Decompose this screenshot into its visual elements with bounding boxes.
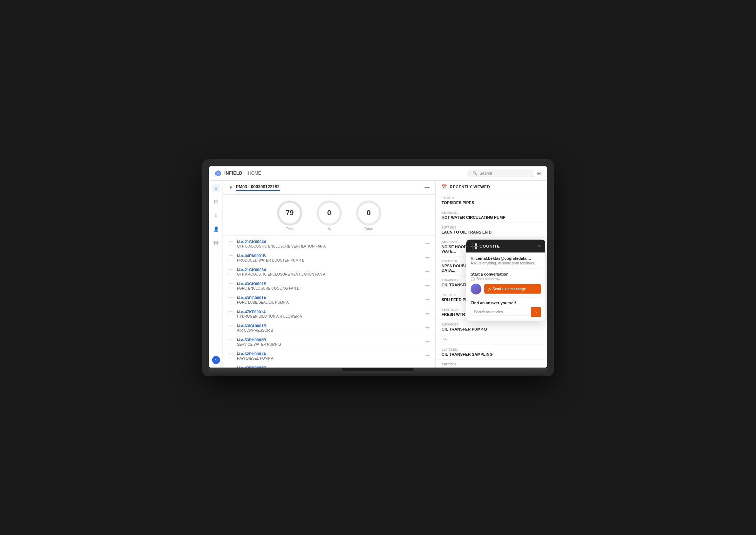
- work-order-item[interactable]: IAA-63KA0001B AIR COMPRESSOR B •••: [223, 321, 435, 335]
- rv-item[interactable]: 29FT3502 S/WTR TO UF TWIN FLW: [436, 360, 547, 368]
- logo-area: INFIELD: [215, 170, 242, 176]
- work-order-header: ▼ PM03 - 000300122192 •••: [223, 181, 435, 195]
- wo-item-menu-icon[interactable]: •••: [425, 298, 430, 303]
- wo-item-menu-icon[interactable]: •••: [425, 354, 430, 359]
- nav-search-box: 🔍: [468, 170, 533, 177]
- rv-item-id: 21PT1019: [442, 226, 541, 229]
- wo-item-checkbox[interactable]: [229, 354, 233, 358]
- wo-item-menu-icon[interactable]: •••: [425, 241, 430, 246]
- chat-divider-2: [471, 297, 541, 298]
- wo-item-info: IAA-21GK0004A OTP B ACOUSTIC ENCLOSURE V…: [237, 240, 421, 248]
- work-order-item[interactable]: IAA-62PH0001A RAW DIESEL PUMP A •••: [223, 349, 435, 363]
- chat-close-button[interactable]: ×: [538, 243, 541, 248]
- work-order-item[interactable]: IAA-42PD0002B SCALE INHIBITOR A PUMP B •…: [223, 363, 435, 368]
- rv-item-name: LAUN TO OIL TRANS LN B: [442, 230, 541, 234]
- stat-total-value: 79: [286, 209, 294, 217]
- rv-item[interactable]: 53PA0301A HOT WATER CIRCULATING PUMP: [436, 208, 547, 223]
- rv-item-id: 29FT3502: [442, 363, 541, 366]
- work-order-item[interactable]: IAA-47KF0001A HYDROGEN DILUTION AIR BLOW…: [223, 307, 435, 321]
- wo-item-id: IAA-44PA0001B: [237, 254, 421, 258]
- grid-view-icon[interactable]: ⊞: [537, 170, 541, 176]
- rv-item[interactable]: 29L0123 TOPSIDES PIPES: [436, 193, 547, 208]
- stat-percent-label: %: [328, 227, 331, 231]
- chat-agent-avatar: [471, 283, 481, 294]
- sidebar: ⌂ ⊞ ℹ 👤 ╬╬ ›: [209, 181, 223, 368]
- chat-back-info: 🕐 Back tomorrow: [471, 277, 541, 281]
- rv-item[interactable]: 21PA0001B OIL TRANSFER PUMP B: [436, 320, 547, 335]
- work-order-item[interactable]: IAA-21GK0004A OTP B ACOUSTIC ENCLOSURE V…: [223, 237, 435, 251]
- stat-percent: 0 %: [317, 200, 342, 231]
- wo-item-info: IAA-43PG0001A FGRC LUBE/SEAL OIL PUMP A: [237, 296, 421, 304]
- wo-item-info: IAA-44PA0001B PRODUCED WATER BOOSTER PUM…: [237, 254, 421, 262]
- wo-item-checkbox[interactable]: [229, 340, 233, 344]
- work-order-item[interactable]: IAA-43GK0001B FGRC ENCLOSURE COOLING FAN…: [223, 279, 435, 293]
- wo-item-info: IAA-21GK0003A OTP A ACOUSTIC ENCLOSURE V…: [237, 268, 421, 276]
- chat-divider-1: [471, 268, 541, 269]
- top-nav: INFIELD HOME 🔍 ⊞: [209, 166, 547, 181]
- work-order-item[interactable]: IAA-21GK0003A OTP A ACOUSTIC ENCLOSURE V…: [223, 265, 435, 279]
- wo-item-checkbox[interactable]: [229, 312, 233, 316]
- rv-item[interactable]: 21AT3515A OIL TRANSFER SAMPLING: [436, 345, 547, 360]
- rv-item-id: IAA: [442, 337, 541, 341]
- wo-item-checkbox[interactable]: [229, 326, 233, 330]
- wo-item-desc: HYDROGEN DILUTION AIR BLOWER A: [237, 314, 421, 318]
- chat-header: ╬╬ COGNITE ×: [466, 239, 545, 252]
- wo-item-info: IAA-62PH0001A RAW DIESEL PUMP A: [237, 352, 421, 360]
- stat-percent-donut: 0: [317, 200, 342, 226]
- wo-menu-icon[interactable]: •••: [424, 185, 430, 190]
- work-order-item[interactable]: IAA-43PG0001A FGRC LUBE/SEAL OIL PUMP A …: [223, 293, 435, 307]
- wo-item-checkbox[interactable]: [229, 298, 233, 302]
- sidebar-icon-info[interactable]: ℹ: [212, 212, 220, 220]
- rv-item-name: HOT WATER CIRCULATING PUMP: [442, 215, 541, 220]
- chat-subtext: Ask us anything, or share your feedback.: [471, 261, 541, 265]
- rv-item-name: S/WTR TO UF TWIN FLW: [442, 367, 541, 368]
- work-order-list: IAA-21GK0004A OTP B ACOUSTIC ENCLOSURE V…: [223, 236, 435, 368]
- search-input[interactable]: [480, 171, 529, 175]
- rv-item[interactable]: IAA: [436, 335, 547, 345]
- rv-item-id: 21PA0001B: [442, 323, 541, 326]
- nav-home[interactable]: HOME: [248, 171, 261, 176]
- sidebar-icon-cognite[interactable]: ╬╬: [212, 239, 220, 247]
- search-icon: 🔍: [472, 171, 477, 176]
- wo-item-menu-icon[interactable]: •••: [425, 269, 430, 275]
- wo-item-checkbox[interactable]: [229, 241, 233, 246]
- rv-item-id: 29L0123: [442, 196, 541, 200]
- wo-item-menu-icon[interactable]: •••: [425, 340, 430, 345]
- rv-item[interactable]: 21PT1019 LAUN TO OIL TRANS LN B: [436, 223, 547, 237]
- wo-item-menu-icon[interactable]: •••: [425, 326, 430, 331]
- work-order-item[interactable]: IAA-44PA0001B PRODUCED WATER BOOSTER PUM…: [223, 251, 435, 265]
- wo-item-menu-icon[interactable]: •••: [425, 283, 430, 289]
- wo-item-id: IAA-21GK0004A: [237, 240, 421, 244]
- stat-total: 79 Total: [277, 200, 302, 231]
- chat-start-title: Start a conversation: [471, 272, 541, 276]
- chat-find-section: Find an answer yourself ›: [471, 300, 541, 317]
- chat-search-button[interactable]: ›: [531, 307, 541, 317]
- sidebar-icon-home[interactable]: ⌂: [212, 184, 220, 192]
- wo-item-checkbox[interactable]: [229, 283, 233, 288]
- sidebar-icon-person[interactable]: 👤: [212, 225, 220, 233]
- wo-item-menu-icon[interactable]: •••: [425, 255, 430, 260]
- work-order-title: PM03 - 000300122192: [236, 184, 280, 191]
- chat-search-input[interactable]: [471, 308, 531, 316]
- wo-item-id: IAA-21GK0003A: [237, 268, 421, 272]
- wo-item-checkbox[interactable]: [229, 269, 233, 274]
- chat-search-row: ›: [471, 307, 541, 317]
- chat-logo: ╬╬ COGNITE: [471, 243, 535, 249]
- wo-item-checkbox[interactable]: [229, 255, 233, 260]
- wo-item-desc: OTP A ACOUSTIC ENCLOSURE VENTILATION FAN…: [237, 272, 421, 276]
- wo-item-menu-icon[interactable]: •••: [425, 312, 430, 317]
- stat-done-value: 0: [367, 209, 370, 217]
- wo-item-info: IAA-42PD0002B SCALE INHIBITOR A PUMP B: [237, 366, 421, 368]
- chat-find-title: Find an answer yourself: [471, 300, 541, 305]
- wo-item-id: IAA-47KF0001A: [237, 310, 421, 314]
- sidebar-icon-expand[interactable]: ›: [212, 356, 220, 364]
- work-order-item[interactable]: IAA-53PH0002B SERVICE WATER PUMP B •••: [223, 335, 435, 349]
- rv-item-id: 21AT3515A: [442, 348, 541, 351]
- wo-collapse-icon[interactable]: ▼: [229, 185, 233, 190]
- wo-item-desc: OTP B ACOUSTIC ENCLOSURE VENTILATION FAN…: [237, 244, 421, 248]
- send-message-button[interactable]: ▷ Send us a message: [484, 284, 541, 294]
- chat-greeting: Hi cemal.bektas@cognitedata....: [471, 256, 541, 260]
- stat-total-label: Total: [286, 227, 293, 231]
- wo-item-info: IAA-53PH0002B SERVICE WATER PUMP B: [237, 338, 421, 346]
- sidebar-icon-grid[interactable]: ⊞: [212, 198, 220, 206]
